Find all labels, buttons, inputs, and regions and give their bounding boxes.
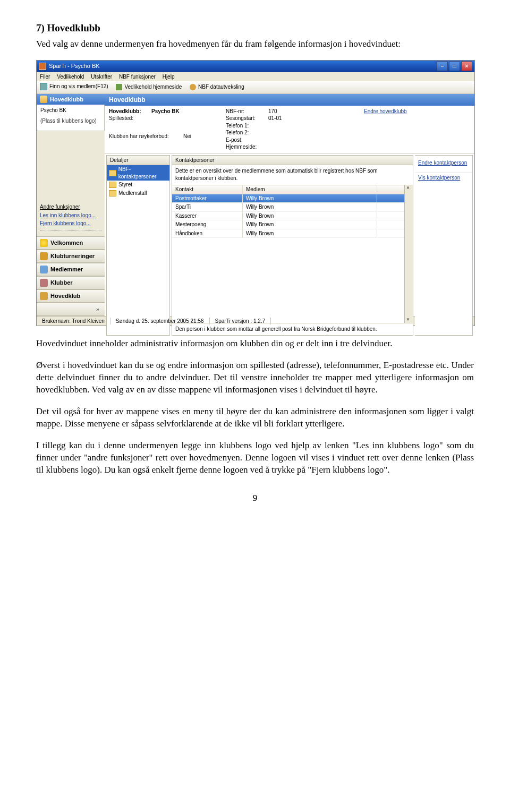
contact-note: Den person i klubben som mottar all gene… (172, 323, 413, 335)
toolbar: Finn og vis medlem(F12) Vedlikehold hjem… (37, 81, 474, 94)
intro-paragraph: Ved valg av denne undermenyen fra hovedm… (36, 38, 474, 50)
contacts-description: Dette er en oversikt over de medlemmene … (172, 165, 413, 185)
sidebar-header: Hovedklubb (37, 94, 105, 105)
exchange-icon (190, 84, 196, 90)
table-scrollbar[interactable] (404, 185, 413, 323)
folder-nbf-contacts[interactable]: NBF-kontaktpersoner (107, 165, 169, 181)
body-paragraph-2: Øverst i hovedvinduet kan du se og endre… (36, 360, 474, 396)
body-paragraph-1: Hovedvinduet inneholder administrativ in… (36, 338, 474, 350)
contacts-panel: Kontaktpersoner Dette er en oversikt ove… (172, 155, 413, 336)
sidebar: Hovedklubb Psycho BK (Plass til klubbens… (37, 94, 105, 316)
nav-members[interactable]: Medlemmer (37, 263, 105, 276)
folder-member-count[interactable]: Medlemstall (107, 189, 169, 198)
details-header: Detaljer (107, 156, 169, 166)
menu-filer[interactable]: Filer (40, 74, 50, 80)
folder-board[interactable]: Styret (107, 181, 169, 189)
menubar: Filer Vedlikehold Utskrifter NBF funksjo… (37, 72, 474, 82)
window-title: SparTi - Psycho BK (49, 62, 100, 70)
status-date: Søndag d. 25. september 2005 21:56 (110, 318, 210, 325)
section-heading: 7) Hovedklubb (36, 21, 474, 35)
toolbar-find-member[interactable]: Finn og vis medlem(F12) (40, 83, 108, 90)
window-titlebar: SparTi - Psycho BK – □ × (37, 61, 474, 72)
clubs-icon (40, 279, 48, 287)
menu-nbf-funksjoner[interactable]: NBF funksjoner (119, 74, 156, 80)
nav-welcome[interactable]: Velkommen (37, 236, 105, 250)
nav-club-tournaments[interactable]: Klubturneringer (37, 250, 105, 263)
nav-more[interactable]: » (37, 303, 105, 316)
sidebar-other-functions: Andre funksjoner (40, 203, 101, 211)
status-username: Trond Kleiven (72, 318, 105, 324)
toolbar-maintain-homepage[interactable]: Vedlikehold hjemmeside (116, 83, 182, 91)
contacts-table: Kontakt Medlem Postmottaker Willy Brown … (172, 185, 404, 238)
nav-main-club[interactable]: Hovedklub (37, 289, 105, 303)
smile-icon (40, 239, 48, 247)
body-paragraph-3: Det vil også for hver av mappene vises e… (36, 406, 474, 430)
menu-utskrifter[interactable]: Utskrifter (91, 74, 112, 80)
folder-icon (109, 182, 116, 188)
link-show-contact[interactable]: Vis kontaktperson (415, 173, 472, 183)
folder-icon (109, 170, 116, 176)
folder-icon (109, 190, 116, 196)
people-icon (40, 266, 48, 273)
contact-actions-panel: Endre kontaktperson Vis kontaktperson (415, 155, 473, 336)
content-header: Hovedklubb (105, 94, 474, 106)
table-row[interactable]: Mesterpoeng Willy Brown (172, 220, 404, 229)
window-close-button[interactable]: × (461, 61, 472, 71)
contacts-header: Kontaktpersoner (172, 156, 413, 166)
details-panel: Detaljer NBF-kontaktpersoner Styret Medl… (106, 155, 170, 336)
club-info-panel: Hovedklubb:Psycho BK Spillested: Klubben… (105, 106, 474, 153)
house-icon (40, 96, 47, 103)
link-remove-logo[interactable]: Fjern klubbens logo... (40, 220, 101, 227)
nav-clubs[interactable]: Klubber (37, 276, 105, 289)
sidebar-club-name: Psycho BK (40, 107, 101, 114)
col-member[interactable]: Medlem (243, 185, 377, 194)
link-read-logo[interactable]: Les inn klubbens logo... (40, 212, 101, 219)
table-row[interactable]: Postmottaker Willy Brown (172, 194, 404, 203)
link-edit-mainclub[interactable]: Endre hovedklubb (364, 108, 407, 114)
table-row[interactable]: Kasserer Willy Brown (172, 212, 404, 221)
col-contact[interactable]: Kontakt (172, 185, 243, 194)
table-row[interactable]: Håndboken Willy Brown (172, 229, 404, 238)
homepage-icon (116, 84, 122, 90)
trophy-icon (40, 252, 48, 260)
menu-hjelp[interactable]: Hjelp (163, 74, 175, 80)
window-maximize-button[interactable]: □ (449, 61, 460, 71)
house-icon (40, 292, 48, 300)
find-icon (40, 83, 47, 90)
menu-vedlikehold[interactable]: Vedlikehold (57, 74, 84, 80)
toolbar-nbf-exchange[interactable]: NBF datautveksling (190, 83, 244, 91)
sidebar-logo-placeholder: (Plass til klubbens logo) (40, 117, 101, 125)
body-paragraph-4: I tillegg kan du i denne undermenyen leg… (36, 440, 474, 476)
window-minimize-button[interactable]: – (437, 61, 448, 71)
table-row[interactable]: SparTi Willy Brown (172, 203, 404, 212)
status-version: 1.2.7 (253, 318, 265, 324)
app-screenshot: SparTi - Psycho BK – □ × Filer Vedlikeho… (36, 60, 475, 327)
link-edit-contact[interactable]: Endre kontaktperson (415, 158, 472, 168)
page-number: 9 (36, 492, 474, 505)
app-icon (39, 63, 46, 70)
